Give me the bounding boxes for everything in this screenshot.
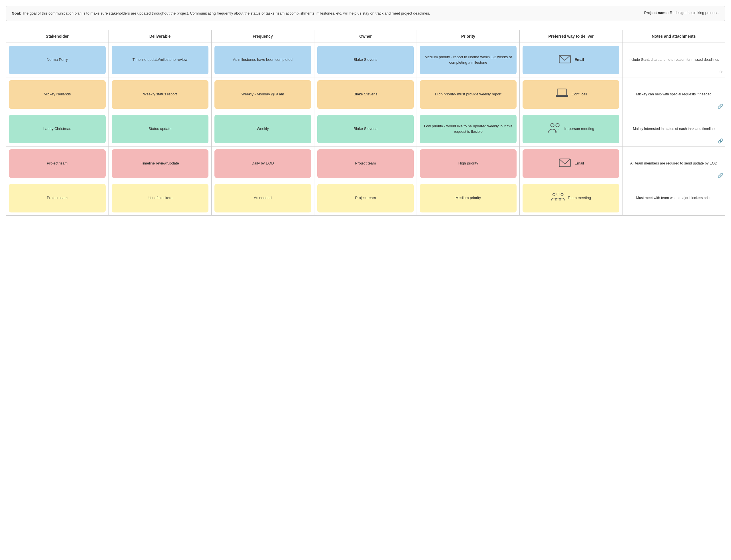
stakeholder-cell: Project team [6, 181, 109, 215]
delivery-label: In-person meeting [564, 126, 594, 131]
frequency-card: As milestones have been completed [214, 46, 311, 74]
priority-card: Medium priority - report to Norma within… [420, 46, 517, 74]
link-icon: 🔗 [718, 103, 723, 110]
delivery-card: In-person meeting [523, 115, 619, 143]
deliverable-card: Status update [112, 115, 208, 143]
priority-cell: High priority- must provide weekly repor… [417, 77, 520, 112]
stakeholder-card: Mickey Neilands [9, 80, 106, 109]
col-priority: Priority [417, 30, 520, 43]
goal-text: The goal of this communication plan is t… [22, 11, 430, 15]
frequency-card: Weekly - Monday @ 9 am [214, 80, 311, 109]
delivery-icon [555, 87, 569, 102]
frequency-card: As needed [214, 184, 311, 212]
delivery-icon [551, 190, 565, 206]
stakeholder-cell: Project team [6, 146, 109, 181]
delivery-card: Conf. call [523, 80, 619, 109]
priority-card: Low priority - would like to be updated … [420, 115, 517, 143]
link-icon: 🔗 [718, 172, 723, 179]
priority-card: High priority [420, 149, 517, 178]
deliverable-cell: List of blockers [109, 181, 211, 215]
col-notes: Notes and attachments [622, 30, 725, 43]
delivery-label: Email [575, 161, 584, 166]
delivery-cell: Conf. call [520, 77, 622, 112]
owner-card: Project team [317, 184, 414, 212]
delivery-cell: In-person meeting [520, 112, 622, 146]
stakeholder-cell: Norma Perry [6, 43, 109, 77]
table-row: Project team Timeline review/update Dail… [6, 146, 725, 181]
frequency-cell: Daily by EOD [211, 146, 314, 181]
notes-cell: Mickey can help with special requests if… [622, 77, 725, 112]
owner-card: Blake Stevens [317, 80, 414, 109]
notes-cell: Must meet with team when major blockers … [622, 181, 725, 215]
col-frequency: Frequency [211, 30, 314, 43]
svg-rect-1 [557, 89, 567, 95]
communication-plan-table: Stakeholder Deliverable Frequency Owner … [6, 30, 725, 216]
deliverable-card: Weekly status report [112, 80, 208, 109]
owner-cell: Blake Stevens [314, 43, 417, 77]
goal-section: Goal: The goal of this communication pla… [12, 11, 633, 16]
notes-cell: Include Gantt chart and note reason for … [622, 43, 725, 77]
delivery-label: Conf. call [572, 92, 587, 97]
delivery-label: Email [575, 57, 584, 62]
deliverable-card: Timeline review/update [112, 149, 208, 178]
frequency-cell: Weekly [211, 112, 314, 146]
stakeholder-card: Project team [9, 149, 106, 178]
priority-cell: Low priority - would like to be updated … [417, 112, 520, 146]
owner-cell: Blake Stevens [314, 112, 417, 146]
delivery-cell: Team meeting [520, 181, 622, 215]
deliverable-cell: Timeline review/update [109, 146, 211, 181]
delivery-cell: Email [520, 146, 622, 181]
frequency-cell: As needed [211, 181, 314, 215]
cursor-icon: ☞ [719, 69, 723, 75]
stakeholder-cell: Laney Christmas [6, 112, 109, 146]
stakeholder-card: Project team [9, 184, 106, 212]
delivery-label: Team meeting [568, 195, 591, 200]
project-section: Project name: Redesign the picking proce… [644, 11, 719, 15]
col-delivery: Preferred way to deliver [520, 30, 622, 43]
owner-cell: Project team [314, 146, 417, 181]
notes-cell: Mainly interested in status of each task… [622, 112, 725, 146]
priority-card: Medium priority [420, 184, 517, 212]
delivery-cell: Email [520, 43, 622, 77]
owner-card: Blake Stevens [317, 115, 414, 143]
svg-point-9 [561, 193, 563, 196]
stakeholder-card: Norma Perry [9, 46, 106, 74]
col-owner: Owner [314, 30, 417, 43]
stakeholder-cell: Mickey Neilands [6, 77, 109, 112]
frequency-card: Weekly [214, 115, 311, 143]
priority-card: High priority- must provide weekly repor… [420, 80, 517, 109]
owner-cell: Project team [314, 181, 417, 215]
svg-point-8 [557, 193, 559, 195]
table-row: Mickey Neilands Weekly status report Wee… [6, 77, 725, 112]
deliverable-card: List of blockers [112, 184, 208, 212]
project-value: Redesign the picking process. [670, 11, 719, 15]
link-icon: 🔗 [718, 138, 723, 144]
project-label: Project name: [644, 11, 669, 15]
col-deliverable: Deliverable [109, 30, 211, 43]
svg-point-5 [556, 123, 559, 127]
priority-cell: Medium priority - report to Norma within… [417, 43, 520, 77]
owner-cell: Blake Stevens [314, 77, 417, 112]
priority-cell: Medium priority [417, 181, 520, 215]
owner-card: Project team [317, 149, 414, 178]
notes-cell: All team members are required to send up… [622, 146, 725, 181]
frequency-card: Daily by EOD [214, 149, 311, 178]
priority-cell: High priority [417, 146, 520, 181]
delivery-card: Email [523, 46, 619, 74]
delivery-card: Team meeting [523, 184, 619, 212]
header-box: Goal: The goal of this communication pla… [6, 6, 725, 21]
deliverable-cell: Status update [109, 112, 211, 146]
stakeholder-card: Laney Christmas [9, 115, 106, 143]
delivery-card: Email [523, 149, 619, 178]
deliverable-card: Timeline update/milestone review [112, 46, 208, 74]
table-row: Norma Perry Timeline update/milestone re… [6, 43, 725, 77]
delivery-icon [558, 156, 572, 171]
deliverable-cell: Weekly status report [109, 77, 211, 112]
delivery-icon [548, 121, 561, 137]
table-row: Laney Christmas Status update Weekly Bla… [6, 112, 725, 146]
owner-card: Blake Stevens [317, 46, 414, 74]
table-row: Project team List of blockers As needed … [6, 181, 725, 215]
deliverable-cell: Timeline update/milestone review [109, 43, 211, 77]
svg-point-7 [553, 193, 555, 196]
col-stakeholder: Stakeholder [6, 30, 109, 43]
